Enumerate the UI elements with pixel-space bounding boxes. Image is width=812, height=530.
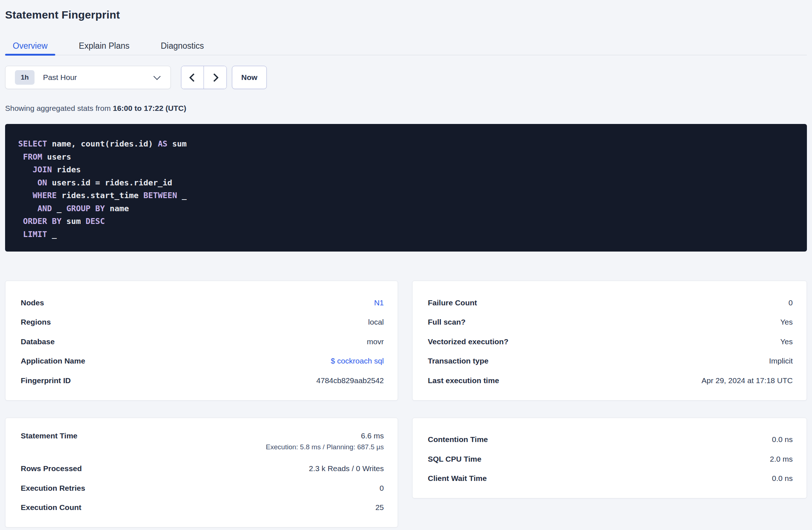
page-title: Statement Fingerprint	[5, 0, 807, 23]
stats-summary-prefix: Showing aggregated stats from	[5, 104, 113, 112]
row-label: Vectorized execution?	[428, 336, 508, 348]
sql-keyword: DESC	[85, 217, 105, 226]
sql-text: _	[47, 230, 57, 239]
tab-diagnostics[interactable]: Diagnostics	[153, 41, 212, 55]
sql-text: name	[105, 204, 129, 213]
sql-text	[18, 204, 37, 213]
sql-text	[47, 217, 52, 226]
row-value: 0	[788, 297, 793, 309]
sql-text	[18, 230, 23, 239]
sql-text	[18, 178, 37, 187]
row-value-wrap: movr	[367, 336, 384, 348]
row-value-wrap: 0	[788, 297, 793, 309]
sql-keyword: BETWEEN	[143, 191, 177, 200]
tab-overview[interactable]: Overview	[5, 41, 55, 55]
tab-explain-plans-label: Explain Plans	[79, 41, 129, 51]
tab-diagnostics-label: Diagnostics	[161, 41, 204, 51]
row-value-wrap: 2.0 ms	[770, 453, 793, 465]
sql-text	[18, 165, 33, 174]
statement-details-card: NodesN1RegionslocalDatabasemovrApplicati…	[5, 281, 398, 401]
sql-keyword: AND	[37, 204, 52, 213]
card-row: Execution Count25	[21, 498, 384, 518]
sql-text: name, count(rides.id)	[47, 139, 158, 148]
sql-keyword: ORDER	[23, 217, 47, 226]
card-row: Statement Time6.6 msExecution: 5.8 ms / …	[21, 430, 384, 459]
statement-fingerprint-page: Statement Fingerprint Overview Explain P…	[0, 0, 812, 527]
row-label: Nodes	[21, 297, 44, 309]
sql-text	[18, 152, 23, 161]
tab-overview-label: Overview	[13, 41, 48, 51]
row-subvalue: Execution: 5.8 ms / Planning: 687.5 µs	[266, 442, 384, 453]
row-value: 2.3 k Reads / 0 Writes	[309, 463, 384, 474]
row-label: Application Name	[21, 355, 85, 367]
prev-time-button[interactable]	[181, 66, 204, 89]
sql-keyword: JOIN	[33, 165, 52, 174]
row-value-wrap: N1	[374, 297, 384, 309]
row-label: Failure Count	[428, 297, 477, 309]
row-label: Execution Count	[21, 502, 81, 513]
sql-keyword: SELECT	[18, 139, 47, 148]
statement-timing-card: Statement Time6.6 msExecution: 5.8 ms / …	[5, 418, 398, 528]
time-controls: 1h Past Hour Now	[5, 66, 807, 89]
tab-bar: Overview Explain Plans Diagnostics	[5, 41, 807, 55]
row-value-wrap: Yes	[780, 336, 793, 348]
wait-time-card: Contention Time0.0 nsSQL CPU Time2.0 msC…	[412, 418, 807, 499]
sql-code-line: WHERE rides.start_time BETWEEN _	[18, 189, 794, 202]
sql-keyword: AS	[158, 139, 168, 148]
row-label: Transaction type	[428, 355, 489, 367]
row-label: Database	[21, 336, 55, 348]
sql-text: rides.start_time	[57, 191, 143, 200]
row-value: 25	[375, 502, 384, 513]
card-row: Fingerprint ID4784cb829aab2542	[21, 371, 384, 390]
now-button[interactable]: Now	[232, 66, 267, 89]
row-value: 0.0 ns	[772, 473, 793, 484]
summary-cards: NodesN1RegionslocalDatabasemovrApplicati…	[5, 281, 807, 527]
next-time-button[interactable]	[204, 66, 226, 89]
sql-text	[18, 217, 23, 226]
row-value: 0	[379, 482, 384, 494]
card-row: Full scan?Yes	[428, 313, 793, 332]
sql-text: users.id = rides.rider_id	[47, 178, 172, 187]
row-value-wrap: $ cockroach sql	[331, 355, 384, 367]
row-value-wrap: Yes	[780, 316, 793, 328]
row-value-wrap: 0.0 ns	[772, 473, 793, 484]
card-row: Client Wait Time0.0 ns	[428, 469, 793, 489]
card-row: Application Name$ cockroach sql	[21, 352, 384, 371]
sql-code-line: JOIN rides	[18, 163, 794, 176]
row-label: SQL CPU Time	[428, 453, 481, 465]
tab-explain-plans[interactable]: Explain Plans	[71, 41, 137, 55]
row-label: Rows Processed	[21, 463, 82, 474]
card-row: Regionslocal	[21, 313, 384, 332]
row-value-wrap: Implicit	[769, 355, 793, 367]
card-row: SQL CPU Time2.0 ms	[428, 449, 793, 469]
sql-keyword: LIMIT	[23, 230, 47, 239]
chevron-right-icon	[210, 73, 218, 82]
sql-keyword: GROUP	[66, 204, 90, 213]
row-value-link[interactable]: N1	[374, 297, 384, 309]
time-range-picker[interactable]: 1h Past Hour	[5, 66, 171, 89]
card-row: Execution Retries0	[21, 478, 384, 498]
row-label: Client Wait Time	[428, 473, 487, 484]
card-row: Transaction typeImplicit	[428, 352, 793, 371]
time-range-badge: 1h	[15, 70, 35, 85]
row-label: Regions	[21, 316, 51, 328]
chevron-down-icon	[153, 73, 161, 80]
row-value-link[interactable]: $ cockroach sql	[331, 355, 384, 367]
card-row: Vectorized execution?Yes	[428, 332, 793, 352]
sql-keyword: ON	[37, 178, 47, 187]
sql-text	[18, 191, 33, 200]
row-value: 6.6 ms	[266, 430, 384, 442]
sql-code-line: AND _ GROUP BY name	[18, 202, 794, 215]
row-value: 0.0 ns	[772, 434, 793, 445]
row-value: Apr 29, 2024 at 17:18 UTC	[702, 375, 793, 386]
row-value: 2.0 ms	[770, 453, 793, 465]
card-row: Databasemovr	[21, 332, 384, 352]
sql-code-line: LIMIT _	[18, 228, 794, 241]
row-label: Full scan?	[428, 316, 466, 328]
sql-code-line: ORDER BY sum DESC	[18, 215, 794, 228]
sql-keyword: FROM	[23, 152, 42, 161]
time-range-label: Past Hour	[43, 73, 154, 82]
row-value: 4784cb829aab2542	[316, 375, 384, 386]
row-label: Fingerprint ID	[21, 375, 71, 386]
sql-text: sum	[61, 217, 85, 226]
